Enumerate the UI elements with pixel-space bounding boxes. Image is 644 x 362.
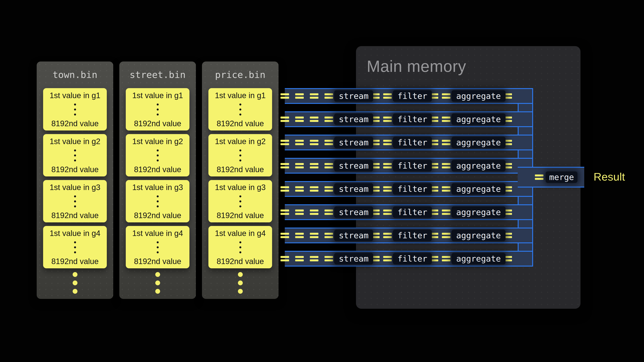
data-chunk-equals-icon: [383, 93, 392, 99]
value-group-block: 1st value in g2 8192nd value: [43, 134, 107, 176]
data-chunk-equals-icon: [324, 233, 333, 238]
block-last-value: 8192nd value: [217, 257, 264, 266]
ellipsis-dots-icon: [74, 195, 76, 207]
ellipsis-dots-icon: [239, 195, 241, 207]
value-group-block: 1st value in g3 8192nd value: [126, 180, 190, 222]
data-chunk-equals-icon: [324, 186, 333, 192]
ellipsis-dots-icon: [74, 149, 76, 161]
block-first-value: 1st value in g3: [132, 183, 183, 192]
data-chunk-equals-icon: [280, 93, 289, 99]
value-group-block: 1st value in g2 8192nd value: [208, 134, 272, 176]
data-chunk-equals-icon: [310, 117, 318, 122]
more-groups-dots-icon: [202, 272, 278, 294]
aggregate-operator-chip: aggregate: [452, 230, 505, 241]
block-first-value: 1st value in g1: [132, 91, 183, 100]
data-chunk-equals-icon: [295, 210, 304, 215]
value-group-block: 1st value in g2 8192nd value: [126, 134, 190, 176]
collector-border-bottom: [532, 187, 533, 267]
data-chunk-equals-icon: [324, 117, 333, 122]
data-chunk-equals-icon: [310, 186, 318, 192]
data-chunk-equals-icon: [280, 163, 289, 168]
ellipsis-dots-icon: [74, 103, 76, 115]
aggregate-operator-chip: aggregate: [452, 206, 505, 218]
pipeline-connector-window: [285, 126, 518, 135]
block-last-value: 8192nd value: [217, 211, 264, 220]
collector-border-top: [532, 88, 533, 168]
block-last-value: 8192nd value: [51, 211, 98, 220]
pipeline-row-content: stream filter aggregate: [280, 228, 512, 242]
stream-operator-chip: stream: [334, 230, 373, 241]
stream-operator-chip: stream: [334, 113, 373, 125]
stream-operator-chip: stream: [334, 160, 373, 171]
filter-operator-chip: filter: [393, 253, 432, 264]
aggregate-operator-chip: aggregate: [452, 183, 505, 195]
data-chunk-equals-icon: [324, 256, 333, 261]
data-chunk-equals-icon: [442, 140, 450, 145]
data-chunk-equals-icon: [383, 256, 392, 261]
file-title: price.bin: [202, 69, 278, 80]
block-first-value: 1st value in g3: [50, 183, 100, 192]
block-first-value: 1st value in g4: [215, 229, 266, 238]
result-label: Result: [594, 170, 625, 183]
ellipsis-dots-icon: [157, 149, 159, 161]
value-group-block: 1st value in g4 8192nd value: [43, 226, 107, 268]
aggregate-operator-chip: aggregate: [452, 137, 505, 148]
block-first-value: 1st value in g4: [50, 229, 100, 238]
data-chunk-equals-icon: [324, 93, 333, 99]
block-first-value: 1st value in g1: [50, 91, 100, 100]
data-chunk-equals-icon: [310, 210, 318, 215]
value-group-block: 1st value in g4 8192nd value: [126, 226, 190, 268]
data-chunk-equals-icon: [442, 117, 450, 122]
stream-operator-chip: stream: [334, 90, 373, 102]
data-chunk-equals-icon: [310, 93, 318, 99]
value-group-block: 1st value in g3 8192nd value: [208, 180, 272, 222]
data-chunk-equals-icon: [324, 140, 333, 145]
data-chunk-equals-icon: [310, 163, 318, 168]
pipeline-row-content: stream filter aggregate: [280, 89, 512, 103]
ellipsis-dots-icon: [157, 241, 159, 253]
pipeline-connector-window: [285, 219, 518, 228]
data-chunk-equals-icon: [535, 174, 544, 180]
data-chunk-equals-icon: [295, 117, 304, 122]
pipeline-row-content: stream filter aggregate: [280, 135, 512, 149]
data-chunk-equals-icon: [383, 140, 392, 145]
data-chunk-equals-icon: [295, 233, 304, 238]
aggregate-operator-chip: aggregate: [452, 90, 505, 102]
file-title: street.bin: [119, 69, 196, 80]
filter-operator-chip: filter: [393, 160, 432, 171]
data-chunk-equals-icon: [442, 256, 450, 261]
data-chunk-equals-icon: [442, 163, 450, 168]
data-chunk-equals-icon: [280, 140, 289, 145]
data-chunk-equals-icon: [295, 140, 304, 145]
data-chunk-equals-icon: [310, 233, 318, 238]
pipeline-connector-window: [285, 173, 518, 182]
file-column-town: town.bin 1st value in g1 8192nd value 1s…: [37, 61, 113, 299]
filter-operator-chip: filter: [393, 90, 432, 102]
data-chunk-equals-icon: [280, 256, 289, 261]
block-last-value: 8192nd value: [134, 257, 181, 266]
file-title: town.bin: [37, 69, 113, 80]
aggregate-operator-chip: aggregate: [452, 160, 505, 171]
block-first-value: 1st value in g2: [215, 137, 266, 146]
ellipsis-dots-icon: [239, 149, 241, 161]
stream-operator-chip: stream: [334, 206, 373, 218]
ellipsis-dots-icon: [157, 103, 159, 115]
stream-operator-chip: stream: [334, 253, 373, 264]
diagram-canvas: town.bin 1st value in g1 8192nd value 1s…: [0, 0, 644, 362]
block-first-value: 1st value in g2: [50, 137, 100, 146]
merge-operator-chip: merge: [546, 171, 578, 183]
data-chunk-equals-icon: [383, 186, 392, 192]
stream-operator-chip: stream: [334, 183, 373, 195]
pipeline-connector-window: [285, 242, 518, 252]
data-chunk-equals-icon: [324, 163, 333, 168]
more-groups-dots-icon: [119, 272, 196, 294]
block-last-value: 8192nd value: [217, 119, 264, 128]
data-chunk-equals-icon: [442, 233, 450, 238]
data-chunk-equals-icon: [280, 210, 289, 215]
filter-operator-chip: filter: [393, 183, 432, 195]
block-last-value: 8192nd value: [134, 211, 181, 220]
data-chunk-equals-icon: [295, 93, 304, 99]
block-first-value: 1st value in g3: [215, 183, 266, 192]
data-chunk-equals-icon: [383, 163, 392, 168]
more-groups-dots-icon: [37, 272, 113, 294]
